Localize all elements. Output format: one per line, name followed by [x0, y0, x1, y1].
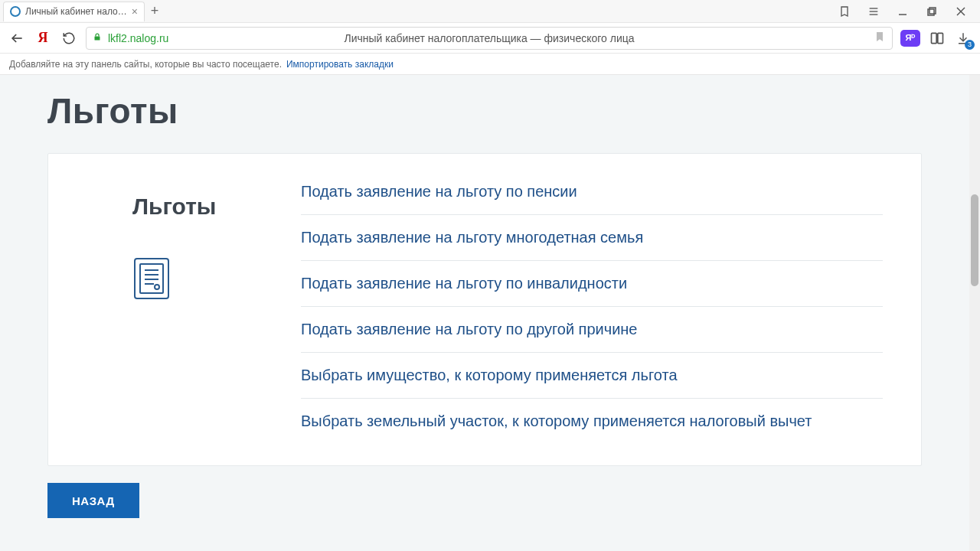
vertical-scrollbar[interactable] — [969, 75, 980, 551]
benefit-link-land[interactable]: Выбрать земельный участок, к которому пр… — [301, 399, 883, 444]
import-bookmarks-link[interactable]: Импортировать закладки — [286, 59, 394, 70]
bookmarks-hint: Добавляйте на эту панель сайты, которые … — [9, 59, 282, 70]
benefit-link-pension[interactable]: Подать заявление на льготу по пенсии — [301, 181, 883, 215]
new-tab-button[interactable]: + — [145, 2, 165, 21]
tab-favicon — [10, 6, 21, 17]
benefit-link-disability[interactable]: Подать заявление на льготу по инвалиднос… — [301, 261, 883, 307]
browser-tab[interactable]: Личный кабинет налог… × — [3, 2, 145, 21]
svg-rect-9 — [95, 37, 100, 41]
tab-strip: Личный кабинет налог… × + — [0, 0, 980, 23]
card-title: Льготы — [132, 194, 301, 220]
window-maximize-button[interactable] — [919, 2, 945, 21]
page-title: Льготы — [47, 90, 922, 132]
menu-icon[interactable] — [861, 2, 887, 21]
downloads-count-badge: 3 — [965, 40, 975, 50]
window-close-button[interactable] — [948, 2, 974, 21]
benefits-card: Льготы Подать заявление на льготу по пен… — [47, 153, 922, 466]
sidebar-toggle-icon[interactable] — [928, 29, 946, 47]
document-icon — [132, 256, 301, 304]
svg-rect-11 — [938, 33, 943, 43]
yandex-home-button[interactable]: Я — [34, 29, 52, 47]
benefit-link-other[interactable]: Подать заявление на льготу по другой при… — [301, 307, 883, 353]
page-description: Личный кабинет налогоплательщика — физич… — [87, 32, 892, 44]
scrollbar-thumb[interactable] — [971, 194, 978, 286]
address-bar: Я lkfl2.nalog.ru Личный кабинет налогопл… — [0, 23, 980, 54]
bookmark-star-icon[interactable] — [874, 31, 886, 46]
lock-icon — [93, 31, 102, 44]
page-viewport: Льготы Льготы Подать заявл — [0, 75, 969, 551]
reader-mode-icon[interactable] — [831, 2, 858, 21]
tab-close-icon[interactable]: × — [132, 6, 138, 17]
svg-rect-4 — [928, 9, 934, 15]
url-text: lkfl2.nalog.ru — [108, 32, 168, 44]
window-minimize-button[interactable] — [890, 2, 916, 21]
bookmarks-bar: Добавляйте на эту панель сайты, которые … — [0, 54, 980, 75]
back-button[interactable]: НАЗАД — [47, 483, 139, 518]
tab-title: Личный кабинет налог… — [25, 6, 127, 17]
svg-rect-5 — [929, 8, 936, 14]
benefits-link-list: Подать заявление на льготу по пенсии Под… — [301, 181, 898, 444]
svg-point-20 — [155, 285, 159, 289]
nav-back-button[interactable] — [8, 29, 26, 47]
svg-rect-10 — [932, 33, 937, 43]
benefit-link-large-family[interactable]: Подать заявление на льготу многодетная с… — [301, 215, 883, 261]
extension-button[interactable]: Яᴰ — [900, 30, 920, 47]
address-field[interactable]: lkfl2.nalog.ru Личный кабинет налогоплат… — [86, 27, 893, 50]
reload-button[interactable] — [60, 29, 78, 47]
benefit-link-property[interactable]: Выбрать имущество, к которому применяетс… — [301, 353, 883, 399]
downloads-button[interactable]: 3 — [954, 29, 972, 47]
